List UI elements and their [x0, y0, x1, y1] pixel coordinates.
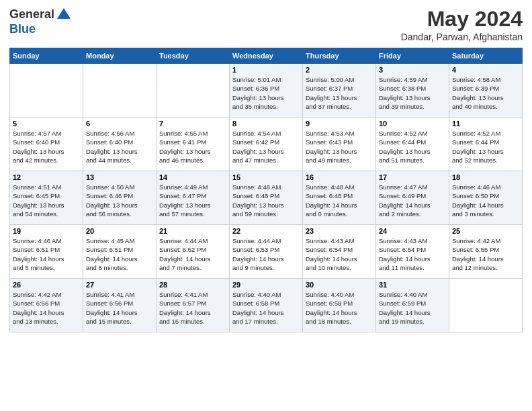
day-info: Sunrise: 4:48 AM Sunset: 6:48 PM Dayligh…	[306, 183, 373, 218]
day-cell: 14Sunrise: 4:49 AM Sunset: 6:47 PM Dayli…	[157, 171, 230, 225]
day-cell: 27Sunrise: 4:41 AM Sunset: 6:56 PM Dayli…	[83, 279, 157, 332]
day-info: Sunrise: 4:46 AM Sunset: 6:50 PM Dayligh…	[452, 183, 519, 218]
svg-marker-0	[57, 8, 71, 19]
header: General Blue May 2024 Dandar, Parwan, Af…	[9, 7, 523, 42]
day-number: 11	[452, 120, 519, 128]
day-cell: 18Sunrise: 4:46 AM Sunset: 6:50 PM Dayli…	[449, 171, 523, 225]
day-number: 30	[306, 281, 373, 289]
day-info: Sunrise: 4:53 AM Sunset: 6:43 PM Dayligh…	[306, 129, 373, 165]
day-number: 28	[159, 281, 226, 289]
day-info: Sunrise: 4:52 AM Sunset: 6:44 PM Dayligh…	[379, 129, 446, 165]
day-cell: 8Sunrise: 4:54 AM Sunset: 6:42 PM Daylig…	[230, 118, 303, 171]
week-row-5: 26Sunrise: 4:42 AM Sunset: 6:56 PM Dayli…	[10, 279, 523, 332]
day-info: Sunrise: 4:54 AM Sunset: 6:42 PM Dayligh…	[232, 129, 300, 165]
logo-general: General	[9, 8, 54, 21]
day-info: Sunrise: 4:40 AM Sunset: 6:58 PM Dayligh…	[232, 290, 300, 326]
location: Dandar, Parwan, Afghanistan	[401, 32, 523, 42]
logo-blue: Blue	[9, 23, 72, 36]
weekday-header-friday: Friday	[376, 48, 449, 64]
weekday-row: SundayMondayTuesdayWednesdayThursdayFrid…	[10, 48, 523, 64]
day-cell: 1Sunrise: 5:01 AM Sunset: 6:36 PM Daylig…	[230, 64, 303, 118]
day-cell: 16Sunrise: 4:48 AM Sunset: 6:48 PM Dayli…	[303, 171, 376, 225]
day-number: 29	[232, 281, 300, 289]
day-cell: 30Sunrise: 4:40 AM Sunset: 6:58 PM Dayli…	[303, 279, 376, 332]
day-info: Sunrise: 4:49 AM Sunset: 6:47 PM Dayligh…	[159, 183, 226, 218]
week-row-2: 5Sunrise: 4:57 AM Sunset: 6:40 PM Daylig…	[10, 118, 523, 171]
day-number: 25	[452, 227, 519, 235]
day-info: Sunrise: 4:41 AM Sunset: 6:56 PM Dayligh…	[86, 290, 153, 326]
day-info: Sunrise: 4:42 AM Sunset: 6:55 PM Dayligh…	[452, 236, 519, 272]
day-number: 14	[159, 173, 226, 181]
day-info: Sunrise: 4:43 AM Sunset: 6:54 PM Dayligh…	[306, 236, 373, 272]
weekday-header-saturday: Saturday	[449, 48, 523, 64]
day-number: 18	[452, 173, 519, 181]
day-number: 3	[379, 66, 446, 74]
day-number: 5	[13, 120, 80, 128]
day-number: 26	[13, 281, 80, 289]
day-info: Sunrise: 4:48 AM Sunset: 6:48 PM Dayligh…	[232, 183, 300, 218]
day-info: Sunrise: 4:56 AM Sunset: 6:40 PM Dayligh…	[86, 129, 153, 165]
day-cell: 3Sunrise: 4:59 AM Sunset: 6:38 PM Daylig…	[376, 64, 449, 118]
day-cell: 6Sunrise: 4:56 AM Sunset: 6:40 PM Daylig…	[83, 118, 157, 171]
day-cell: 20Sunrise: 4:45 AM Sunset: 6:51 PM Dayli…	[83, 225, 157, 279]
calendar-body: 1Sunrise: 5:01 AM Sunset: 6:36 PM Daylig…	[10, 64, 523, 332]
day-cell: 24Sunrise: 4:43 AM Sunset: 6:54 PM Dayli…	[376, 225, 449, 279]
day-info: Sunrise: 5:01 AM Sunset: 6:36 PM Dayligh…	[232, 75, 300, 111]
day-cell: 26Sunrise: 4:42 AM Sunset: 6:56 PM Dayli…	[10, 279, 83, 332]
week-row-1: 1Sunrise: 5:01 AM Sunset: 6:36 PM Daylig…	[10, 64, 523, 118]
day-info: Sunrise: 4:44 AM Sunset: 6:52 PM Dayligh…	[159, 236, 226, 272]
day-number: 21	[159, 227, 226, 235]
day-info: Sunrise: 4:55 AM Sunset: 6:41 PM Dayligh…	[159, 129, 226, 165]
day-cell: 23Sunrise: 4:43 AM Sunset: 6:54 PM Dayli…	[303, 225, 376, 279]
day-number: 8	[232, 120, 300, 128]
day-cell: 13Sunrise: 4:50 AM Sunset: 6:46 PM Dayli…	[83, 171, 157, 225]
day-cell: 9Sunrise: 4:53 AM Sunset: 6:43 PM Daylig…	[303, 118, 376, 171]
day-cell: 31Sunrise: 4:40 AM Sunset: 6:59 PM Dayli…	[376, 279, 449, 332]
day-cell	[449, 279, 523, 332]
day-cell: 4Sunrise: 4:58 AM Sunset: 6:39 PM Daylig…	[449, 64, 523, 118]
day-number: 27	[86, 281, 153, 289]
day-info: Sunrise: 4:43 AM Sunset: 6:54 PM Dayligh…	[379, 236, 446, 272]
weekday-header-thursday: Thursday	[303, 48, 376, 64]
day-cell: 12Sunrise: 4:51 AM Sunset: 6:45 PM Dayli…	[10, 171, 83, 225]
weekday-header-wednesday: Wednesday	[230, 48, 303, 64]
day-cell: 2Sunrise: 5:00 AM Sunset: 6:37 PM Daylig…	[303, 64, 376, 118]
title-area: May 2024 Dandar, Parwan, Afghanistan	[401, 7, 523, 42]
day-number: 6	[86, 120, 153, 128]
day-cell: 29Sunrise: 4:40 AM Sunset: 6:58 PM Dayli…	[230, 279, 303, 332]
day-number: 1	[232, 66, 300, 74]
logo: General Blue	[9, 7, 72, 36]
day-cell	[157, 64, 230, 118]
day-number: 17	[379, 173, 446, 181]
day-cell: 11Sunrise: 4:52 AM Sunset: 6:44 PM Dayli…	[449, 118, 523, 171]
weekday-header-monday: Monday	[83, 48, 157, 64]
day-number: 12	[13, 173, 80, 181]
day-info: Sunrise: 4:41 AM Sunset: 6:57 PM Dayligh…	[159, 290, 226, 326]
day-info: Sunrise: 4:40 AM Sunset: 6:59 PM Dayligh…	[379, 290, 446, 326]
calendar: SundayMondayTuesdayWednesdayThursdayFrid…	[9, 48, 523, 332]
day-info: Sunrise: 4:52 AM Sunset: 6:44 PM Dayligh…	[452, 129, 519, 165]
day-cell: 7Sunrise: 4:55 AM Sunset: 6:41 PM Daylig…	[157, 118, 230, 171]
weekday-header-tuesday: Tuesday	[157, 48, 230, 64]
day-cell	[10, 64, 83, 118]
day-number: 23	[306, 227, 373, 235]
logo-text: General Blue	[9, 7, 72, 36]
day-number: 20	[86, 227, 153, 235]
day-number: 22	[232, 227, 300, 235]
day-info: Sunrise: 4:42 AM Sunset: 6:56 PM Dayligh…	[13, 290, 80, 326]
day-cell: 22Sunrise: 4:44 AM Sunset: 6:53 PM Dayli…	[230, 225, 303, 279]
day-info: Sunrise: 4:51 AM Sunset: 6:45 PM Dayligh…	[13, 183, 80, 218]
day-info: Sunrise: 4:45 AM Sunset: 6:51 PM Dayligh…	[86, 236, 153, 272]
calendar-header: SundayMondayTuesdayWednesdayThursdayFrid…	[10, 48, 523, 64]
day-number: 15	[232, 173, 300, 181]
day-number: 10	[379, 120, 446, 128]
day-cell: 28Sunrise: 4:41 AM Sunset: 6:57 PM Dayli…	[157, 279, 230, 332]
day-number: 9	[306, 120, 373, 128]
month-title: May 2024	[401, 7, 523, 32]
week-row-3: 12Sunrise: 4:51 AM Sunset: 6:45 PM Dayli…	[10, 171, 523, 225]
logo-icon	[56, 7, 72, 23]
day-cell: 19Sunrise: 4:46 AM Sunset: 6:51 PM Dayli…	[10, 225, 83, 279]
day-number: 19	[13, 227, 80, 235]
day-number: 13	[86, 173, 153, 181]
day-number: 2	[306, 66, 373, 74]
